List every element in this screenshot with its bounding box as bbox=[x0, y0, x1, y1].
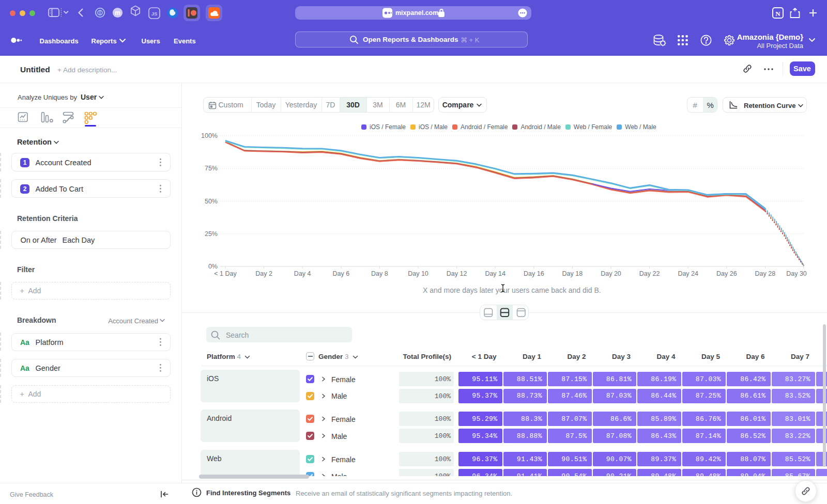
svg-text:JS: JS bbox=[151, 11, 158, 17]
svg-text:m: m bbox=[115, 9, 120, 17]
svg-text:N: N bbox=[775, 10, 780, 18]
